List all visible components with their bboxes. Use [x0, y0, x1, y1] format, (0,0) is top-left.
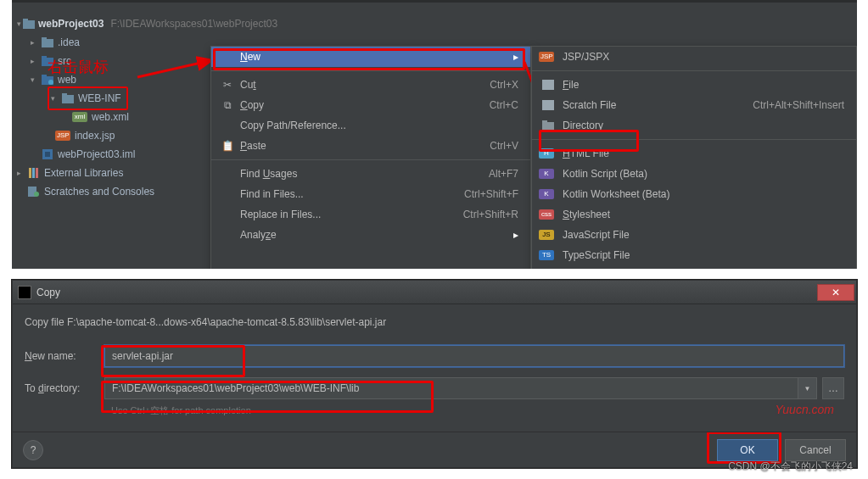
menu-copy[interactable]: ⧉ Copy Ctrl+C: [211, 95, 530, 115]
menu-new-ts[interactable]: TS TypeScript File: [532, 245, 856, 265]
menu-label: File: [556, 79, 844, 91]
chevron-right-icon: ▸: [31, 33, 39, 52]
menu-new-scratch[interactable]: Scratch File Ctrl+Alt+Shift+Insert: [532, 95, 856, 115]
menu-label: Replace in Files...: [235, 209, 463, 220]
chevron-down-icon: ▾: [51, 89, 59, 108]
menu-copy-path[interactable]: Copy Path/Reference...: [211, 115, 530, 136]
watermark-csdn: CSDN @不会飞的小飞侠24: [728, 460, 853, 474]
menu-analyze[interactable]: Analyze ▸: [211, 225, 530, 245]
history-dropdown-button[interactable]: ▼: [798, 377, 817, 399]
xml-file-icon: xml: [75, 111, 88, 123]
menu-label: Paste: [235, 140, 490, 152]
tree-label: Scratches and Consoles: [44, 182, 154, 201]
tree-idea[interactable]: ▸ .idea: [12, 33, 210, 52]
menu-separator: [532, 139, 856, 140]
project-path: F:\IDEAWorkspaces01\webProject03: [110, 14, 277, 33]
menu-separator: [211, 159, 530, 160]
row-new-name: New name:: [25, 345, 844, 367]
dialog-body: Copy file F:\apache-tomcat-8...dows-x64\…: [13, 304, 856, 426]
tree-indexjsp[interactable]: JSP index.jsp: [12, 126, 210, 145]
library-icon: [27, 167, 41, 179]
kotlin-icon: K: [540, 189, 556, 199]
menu-new-jsp[interactable]: JSP JSP/JSPX: [532, 47, 856, 67]
browse-button[interactable]: …: [822, 377, 844, 399]
new-name-label: New name:: [25, 350, 104, 362]
menu-shortcut: Ctrl+Shift+F: [464, 188, 518, 200]
tree-extlib[interactable]: ▸ External Libraries: [12, 164, 210, 182]
menu-label: JSP/JSPX: [556, 51, 844, 63]
file-icon: [540, 80, 556, 90]
svg-rect-10: [62, 93, 67, 96]
svg-rect-21: [542, 120, 547, 123]
context-menu-main: New ▸ ✂ Cut Ctrl+X ⧉ Copy Ctrl+C Copy Pa…: [210, 46, 531, 269]
menu-new-html[interactable]: H HTML File: [532, 143, 856, 164]
menu-new-ktws[interactable]: K Kotlin Worksheet (Beta): [532, 184, 856, 204]
menu-new-kts[interactable]: K Kotlin Script (Beta): [532, 164, 856, 184]
menu-cut[interactable]: ✂ Cut Ctrl+X: [211, 75, 530, 95]
menu-new-stylesheet[interactable]: css Stylesheet: [532, 204, 856, 225]
ts-icon: TS: [540, 250, 556, 260]
menu-find-in-files[interactable]: Find in Files... Ctrl+Shift+F: [211, 184, 530, 204]
menu-label: Copy Path/Reference...: [235, 120, 518, 131]
to-directory-input[interactable]: [104, 377, 798, 399]
menu-find-usages[interactable]: Find Usages Alt+F7: [211, 164, 530, 184]
menu-new[interactable]: New ▸: [211, 47, 530, 67]
tree-webxml[interactable]: xml web.xml: [12, 108, 210, 126]
copy-icon: ⧉: [220, 99, 235, 111]
menu-label: Analyze: [235, 229, 510, 241]
scratches-icon: [27, 186, 41, 198]
jsp-icon: JSP: [540, 52, 556, 62]
tree-project-root[interactable]: ▾ webProject03 F:\IDEAWorkspaces01\webPr…: [12, 14, 210, 33]
svg-rect-9: [62, 95, 74, 103]
chevron-down-icon: ▾: [31, 70, 39, 89]
tree-label: .idea: [58, 33, 80, 52]
cancel-button[interactable]: Cancel: [785, 439, 846, 461]
completion-hint: Use Ctrl+空格 for path completion: [111, 404, 844, 417]
submenu-arrow-icon: ▸: [510, 229, 518, 241]
scratch-icon: [540, 100, 556, 110]
close-button[interactable]: ✕: [817, 284, 854, 301]
chevron-right-icon: ▸: [31, 52, 39, 70]
folder-icon: [41, 36, 54, 48]
module-icon: [41, 148, 54, 160]
menu-new-js[interactable]: JS JavaScript File: [532, 225, 856, 245]
help-button[interactable]: ?: [23, 440, 43, 460]
menu-new-file[interactable]: File: [532, 75, 856, 95]
tree-src[interactable]: ▸ src: [12, 52, 210, 70]
tree-iml[interactable]: webProject03.iml: [12, 145, 210, 164]
tree-scratches[interactable]: Scratches and Consoles: [12, 182, 210, 201]
menu-label: Cut: [235, 79, 490, 91]
chevron-right-icon: ▸: [17, 164, 25, 182]
menu-shortcut: Ctrl+V: [490, 140, 518, 152]
menu-new-directory[interactable]: Directory: [532, 115, 856, 136]
tree-web-inf[interactable]: ▾ WEB-INF: [12, 89, 210, 108]
svg-rect-12: [45, 152, 50, 157]
svg-point-17: [34, 192, 39, 197]
menu-label: New: [235, 51, 510, 63]
svg-rect-3: [42, 37, 47, 40]
new-name-input[interactable]: [104, 345, 844, 367]
menu-label: Find in Files...: [235, 188, 464, 200]
svg-rect-0: [23, 20, 35, 29]
watermark-yuucn: Yuucn.com: [775, 403, 834, 416]
svg-rect-2: [42, 39, 53, 47]
menu-paste[interactable]: 📋 Paste Ctrl+V: [211, 136, 530, 156]
tree-label: index.jsp: [75, 126, 115, 145]
menu-shortcut: Ctrl+Alt+Shift+Insert: [753, 99, 844, 111]
menu-replace-in-files[interactable]: Replace in Files... Ctrl+Shift+R: [211, 204, 530, 225]
menu-label: HTML File: [556, 148, 844, 159]
menu-label: Kotlin Script (Beta): [556, 168, 844, 180]
ok-button[interactable]: OK: [717, 439, 778, 461]
html-icon: H: [540, 148, 556, 159]
paste-icon: 📋: [220, 140, 235, 152]
folder-icon: [61, 92, 75, 104]
menu-separator: [211, 70, 530, 71]
menu-label: JavaScript File: [556, 229, 844, 241]
folder-icon: [23, 18, 35, 30]
menu-label: Kotlin Worksheet (Beta): [556, 188, 844, 200]
tree-label: webProject03.iml: [58, 145, 135, 164]
js-icon: JS: [540, 230, 556, 240]
menu-label: TypeScript File: [556, 249, 844, 261]
kotlin-icon: K: [540, 169, 556, 179]
project-tree: ▾ webProject03 F:\IDEAWorkspaces01\webPr…: [12, 14, 210, 201]
